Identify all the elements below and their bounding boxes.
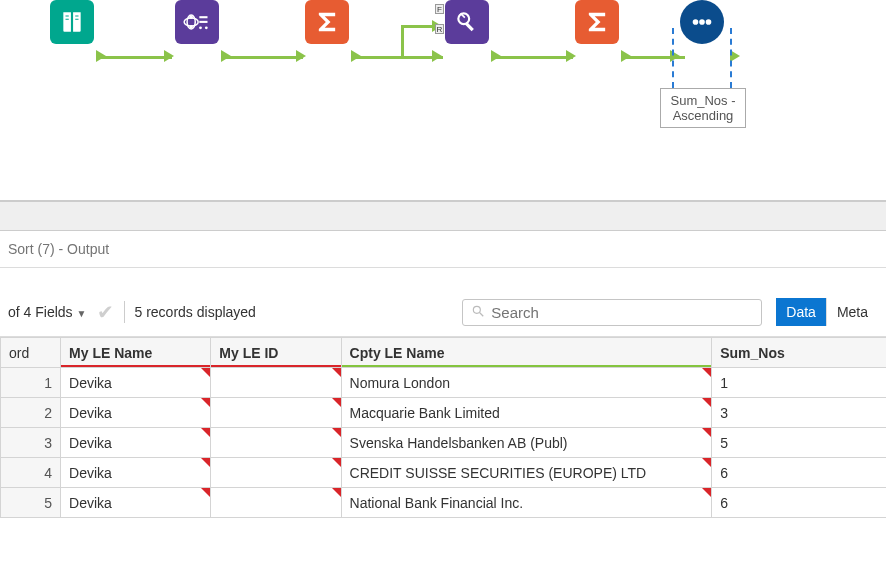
cell-my-le-name: Devika <box>61 398 211 428</box>
cell-record: 3 <box>1 428 61 458</box>
svg-point-3 <box>184 18 198 26</box>
connection <box>401 25 404 58</box>
svg-rect-5 <box>199 21 207 23</box>
cell-my-le-name: Devika <box>61 488 211 518</box>
cell-cpty-le-name: CREDIT SUISSE SECURITIES (EUROPE) LTD <box>341 458 712 488</box>
cell-sum-nos: 5 <box>712 428 886 458</box>
cell-sum-nos: 6 <box>712 458 886 488</box>
dots-icon <box>689 9 715 35</box>
cell-cpty-le-name: Nomura London <box>341 368 712 398</box>
anchor-in-icon <box>432 50 442 62</box>
tool-sort[interactable] <box>680 0 724 44</box>
tool-formula[interactable] <box>175 0 219 44</box>
cell-sum-nos: 1 <box>712 368 886 398</box>
sigma-icon <box>313 8 341 36</box>
connection <box>100 56 172 59</box>
svg-point-6 <box>199 26 202 29</box>
connection <box>495 56 573 59</box>
cell-my-le-id <box>211 458 341 488</box>
svg-point-11 <box>699 19 705 25</box>
col-sum-nos[interactable]: Sum_Nos <box>712 338 886 368</box>
results-panel: Sort (7) - Output of 4 Fields▼ ✔ 5 recor… <box>0 200 886 518</box>
table-row[interactable]: 3DevikaSvenska Handelsbanken AB (Publ)5 <box>1 428 887 458</box>
col-my-le-name[interactable]: My LE Name <box>61 338 211 368</box>
data-tab-button[interactable]: Data <box>776 298 826 326</box>
cell-my-le-id <box>211 368 341 398</box>
cell-cpty-le-name: National Bank Financial Inc. <box>341 488 712 518</box>
cell-my-le-name: Devika <box>61 368 211 398</box>
anchor-out-icon <box>621 50 631 62</box>
anchor-in-icon <box>164 50 174 62</box>
anchor-out-icon <box>221 50 231 62</box>
workflow-canvas[interactable]: F R Sum_Nos - Ascending <box>0 0 886 200</box>
anchor-out-icon <box>96 50 106 62</box>
sigma-icon <box>583 8 611 36</box>
metadata-tab-button[interactable]: Meta <box>826 298 878 326</box>
join-badge-f: F <box>435 4 444 14</box>
cell-cpty-le-name: Macquarie Bank Limited <box>341 398 712 428</box>
svg-point-13 <box>474 306 481 313</box>
cell-my-le-id <box>211 428 341 458</box>
cell-record: 5 <box>1 488 61 518</box>
divider <box>124 301 125 323</box>
tool-find-replace[interactable]: F R <box>445 0 489 44</box>
anchor-out-icon <box>491 50 501 62</box>
table-row[interactable]: 4DevikaCREDIT SUISSE SECURITIES (EUROPE)… <box>1 458 887 488</box>
anchor-in-icon <box>566 50 576 62</box>
records-count-label: 5 records displayed <box>135 304 256 320</box>
anchor-in-icon <box>296 50 306 62</box>
svg-point-7 <box>205 26 208 29</box>
panel-title: Sort (7) - Output <box>0 231 886 268</box>
tool-summarize[interactable] <box>305 0 349 44</box>
tool-summarize[interactable] <box>575 0 619 44</box>
fields-selector[interactable]: of 4 Fields▼ <box>8 304 87 320</box>
cell-my-le-id <box>211 488 341 518</box>
connection <box>225 56 303 59</box>
svg-point-12 <box>706 19 712 25</box>
cell-record: 2 <box>1 398 61 428</box>
svg-point-10 <box>693 19 699 25</box>
chevron-down-icon: ▼ <box>77 308 87 319</box>
table-row[interactable]: 1DevikaNomura London1 <box>1 368 887 398</box>
book-icon <box>59 9 85 35</box>
wrench-icon <box>454 9 480 35</box>
cell-my-le-id <box>211 398 341 428</box>
col-my-le-id[interactable]: My LE ID <box>211 338 341 368</box>
svg-rect-4 <box>199 16 207 18</box>
cell-record: 1 <box>1 368 61 398</box>
table-row[interactable]: 5DevikaNational Bank Financial Inc.6 <box>1 488 887 518</box>
svg-rect-9 <box>465 22 474 31</box>
apply-check-button[interactable]: ✔ <box>97 300 114 324</box>
cell-sum-nos: 6 <box>712 488 886 518</box>
join-badge-r: R <box>435 24 444 34</box>
atom-icon <box>183 8 211 36</box>
annotation-line2: Ascending <box>667 108 739 123</box>
col-cpty-le-name[interactable]: Cpty LE Name <box>341 338 712 368</box>
annotation-line1: Sum_Nos - <box>667 93 739 108</box>
search-input[interactable] <box>491 304 753 321</box>
cell-my-le-name: Devika <box>61 458 211 488</box>
search-box[interactable] <box>462 299 762 326</box>
cell-cpty-le-name: Svenska Handelsbanken AB (Publ) <box>341 428 712 458</box>
results-table[interactable]: ord My LE Name My LE ID Cpty LE Name Sum… <box>0 337 886 518</box>
connection <box>355 56 443 59</box>
tool-annotation[interactable]: Sum_Nos - Ascending <box>660 88 746 128</box>
cell-record: 4 <box>1 458 61 488</box>
results-toolbar: of 4 Fields▼ ✔ 5 records displayed Data … <box>0 288 886 337</box>
search-icon <box>471 304 485 321</box>
table-header-row: ord My LE Name My LE ID Cpty LE Name Sum… <box>1 338 887 368</box>
tool-text-input[interactable] <box>50 0 94 44</box>
anchor-out-icon <box>351 50 361 62</box>
svg-line-14 <box>480 312 484 316</box>
table-row[interactable]: 2DevikaMacquarie Bank Limited3 <box>1 398 887 428</box>
col-record[interactable]: ord <box>1 338 61 368</box>
cell-my-le-name: Devika <box>61 428 211 458</box>
cell-sum-nos: 3 <box>712 398 886 428</box>
